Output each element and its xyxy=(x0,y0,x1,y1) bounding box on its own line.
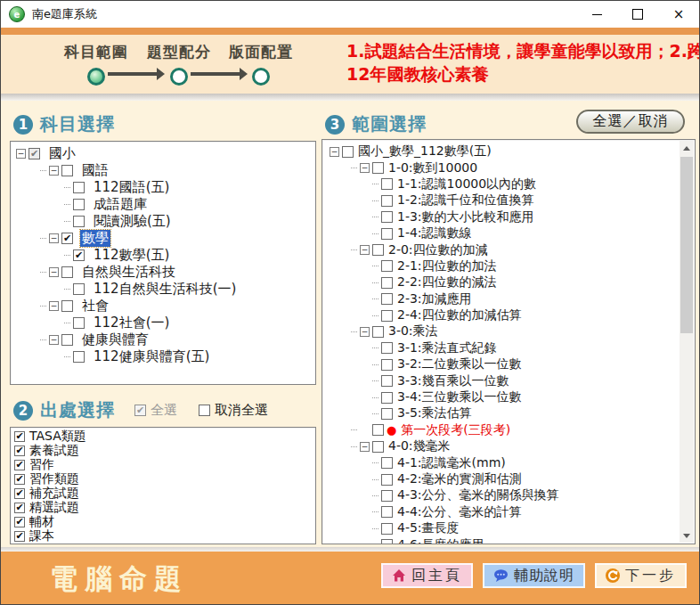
tree-item[interactable]: 2-4:四位數的加減估算 xyxy=(322,307,680,323)
checkbox[interactable] xyxy=(381,474,393,486)
checkbox[interactable] xyxy=(73,249,85,261)
tree-item[interactable]: −數學 xyxy=(11,230,315,247)
checkbox[interactable] xyxy=(381,342,393,354)
tree-item-label[interactable]: 112國語(五) xyxy=(92,179,171,196)
tree-item[interactable]: 4-1:認識毫米(mm) xyxy=(322,454,680,470)
expand-collapse-toggle[interactable]: − xyxy=(49,166,59,176)
tree-item[interactable]: 3-4:三位數乘以一位數 xyxy=(322,389,680,405)
source-list-item[interactable]: 輔材 xyxy=(11,515,315,529)
checkbox[interactable] xyxy=(61,300,73,312)
tree-item-label[interactable]: 4-4:公分、毫米的計算 xyxy=(395,504,524,520)
tree-item[interactable]: 2-1:四位數的加法 xyxy=(322,258,680,274)
checkbox[interactable] xyxy=(14,431,25,442)
maximize-button[interactable] xyxy=(617,1,658,28)
tree-item-label[interactable]: 3-5:乘法估算 xyxy=(395,405,474,421)
tree-item[interactable]: −自然與生活科技 xyxy=(11,264,315,281)
checkbox[interactable] xyxy=(381,392,393,404)
checkbox[interactable] xyxy=(381,178,393,190)
checkbox[interactable] xyxy=(28,148,40,159)
scrollbar[interactable] xyxy=(680,141,694,543)
tree-item-label[interactable]: 1-4:認識數線 xyxy=(395,225,474,241)
tree-item[interactable]: 4-5:畫長度 xyxy=(322,520,680,536)
tree-item[interactable]: 成語題庫 xyxy=(11,196,315,213)
home-button[interactable]: 回主頁 xyxy=(381,563,473,588)
tree-item[interactable]: 4-3:公分、毫米的關係與換算 xyxy=(322,487,680,503)
checkbox[interactable] xyxy=(381,375,393,387)
expand-collapse-toggle[interactable]: − xyxy=(49,233,59,243)
tree-item[interactable]: −國語 xyxy=(11,162,315,179)
scrollbar-down-button[interactable] xyxy=(680,528,694,543)
tree-item-label[interactable]: 4-5:畫長度 xyxy=(395,520,461,536)
tree-item-label[interactable]: 1-1:認識10000以內的數 xyxy=(395,176,538,192)
tree-item[interactable]: 3-2:二位數乘以一位數 xyxy=(322,356,680,372)
tree-item-label[interactable]: 4-2:毫米的實測和估測 xyxy=(395,471,524,487)
tree-item[interactable]: 1-2:認識千位和位值換算 xyxy=(322,192,680,208)
checkbox[interactable] xyxy=(372,244,384,256)
next-step-button[interactable]: 下一步 xyxy=(595,563,687,588)
tree-item-label[interactable]: 1-0:數到10000 xyxy=(387,160,479,176)
step-circle-1[interactable] xyxy=(87,68,105,86)
tree-item-label[interactable]: 第一次段考(三段考) xyxy=(399,422,512,438)
checkbox[interactable] xyxy=(61,266,73,278)
checkbox[interactable] xyxy=(14,503,25,513)
tree-item[interactable]: 1-1:認識10000以內的數 xyxy=(322,176,680,192)
minimize-button[interactable] xyxy=(576,1,617,28)
tree-item[interactable]: 2-3:加減應用 xyxy=(322,291,680,307)
tree-item[interactable]: 2-2:四位數的減法 xyxy=(322,274,680,290)
tree-item-label[interactable]: 2-4:四位數的加減估算 xyxy=(395,307,524,323)
expand-collapse-toggle[interactable]: − xyxy=(49,267,59,277)
checkbox[interactable] xyxy=(381,260,393,272)
expand-collapse-toggle[interactable]: − xyxy=(360,245,370,255)
tree-item-label[interactable]: 國語 xyxy=(80,162,110,179)
checkbox[interactable] xyxy=(372,162,384,174)
tree-item-label[interactable]: 國小_數學_112數學(五) xyxy=(356,143,493,159)
deselect-all-checkbox-group[interactable]: 取消全選 xyxy=(199,402,268,419)
expand-collapse-toggle[interactable]: − xyxy=(360,442,370,452)
source-list-item[interactable]: 課本 xyxy=(11,529,315,544)
checkbox[interactable] xyxy=(14,474,25,485)
tree-item-label[interactable]: 成語題庫 xyxy=(92,196,149,213)
tree-item-label[interactable]: 2-1:四位數的加法 xyxy=(395,258,499,274)
expand-collapse-toggle[interactable]: − xyxy=(360,163,370,173)
checkbox[interactable] xyxy=(372,424,384,436)
tree-item-label[interactable]: 112社會(一) xyxy=(92,315,171,331)
checkbox[interactable] xyxy=(381,293,393,305)
tree-item-label[interactable]: 3-4:三位數乘以一位數 xyxy=(395,389,524,405)
checkbox[interactable] xyxy=(342,146,354,158)
tree-item[interactable]: −2-0:四位數的加減 xyxy=(322,241,680,258)
tree-item-label[interactable]: 112自然與生活科技(一) xyxy=(92,281,238,298)
checkbox[interactable] xyxy=(381,523,393,535)
checkbox[interactable] xyxy=(381,228,393,240)
step-circle-2[interactable] xyxy=(170,68,188,86)
select-all-toggle-button[interactable]: 全選／取消 xyxy=(576,110,685,134)
tree-item-label[interactable]: 4-0:幾毫米 xyxy=(387,438,452,454)
tree-item-label[interactable]: 3-0:乘法 xyxy=(387,323,440,339)
deselect-all-checkbox[interactable] xyxy=(199,405,210,416)
tree-item-label[interactable]: 1-2:認識千位和位值換算 xyxy=(395,192,536,208)
tree-item[interactable]: 112國語(五) xyxy=(11,179,315,196)
source-list-item[interactable]: 習作 xyxy=(11,458,315,472)
checkbox[interactable] xyxy=(381,457,393,469)
tree-item[interactable]: ●第一次段考(三段考) xyxy=(322,422,680,438)
tree-item[interactable]: 3-1:乘法直式紀錄 xyxy=(322,340,680,356)
checkbox[interactable] xyxy=(381,359,393,371)
checkbox[interactable] xyxy=(14,460,25,470)
tree-item-label[interactable]: 健康與體育 xyxy=(80,331,151,348)
tree-item-label[interactable]: 112健康與體育(五) xyxy=(92,348,211,365)
tree-item-label[interactable]: 4-1:認識毫米(mm) xyxy=(395,455,508,471)
tree-item-label[interactable]: 閱讀測驗(五) xyxy=(92,213,173,230)
scrollbar-up-button[interactable] xyxy=(680,141,694,155)
tree-item-label[interactable]: 3-3:幾百乘以一位數 xyxy=(395,373,511,389)
expand-collapse-toggle[interactable]: − xyxy=(49,335,59,345)
checkbox[interactable] xyxy=(372,326,384,338)
tree-item[interactable]: −1-0:數到10000 xyxy=(322,159,680,176)
tree-item[interactable]: 1-3:數的大小比較和應用 xyxy=(322,209,680,225)
help-button[interactable]: 輔助說明 xyxy=(483,563,585,588)
checkbox[interactable] xyxy=(73,199,85,210)
checkbox[interactable] xyxy=(381,539,393,544)
source-list-item[interactable]: 補充試題 xyxy=(11,486,315,501)
checkbox[interactable] xyxy=(73,351,85,363)
tree-item[interactable]: 4-2:毫米的實測和估測 xyxy=(322,471,680,487)
checkbox[interactable] xyxy=(372,441,384,453)
select-all-checkbox[interactable] xyxy=(134,405,146,416)
